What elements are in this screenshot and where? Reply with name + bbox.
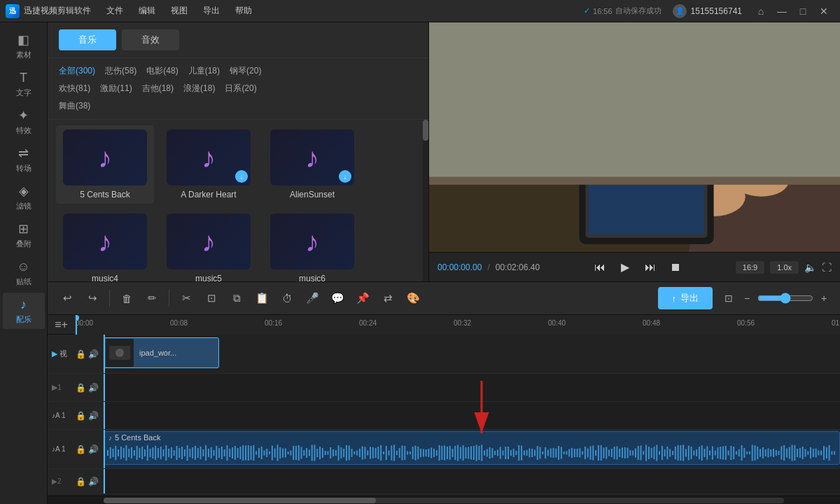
music-item-1[interactable]: ♪ ↓ A Darker Heart: [160, 125, 258, 204]
preview-area: 00:00:00.00 / 00:02:06.40 ⏮ ▶ ⏭ ⏹ 16:9 1…: [429, 22, 840, 281]
sidebar-item-material[interactable]: ◧ 素材: [3, 28, 45, 64]
svg-rect-129: [303, 450, 304, 456]
svg-rect-237: [662, 446, 663, 460]
color-button[interactable]: 🎨: [402, 287, 424, 309]
svg-rect-153: [383, 451, 384, 454]
crop-button[interactable]: ⊡: [200, 287, 223, 309]
music-name-2: AlienSunset: [290, 190, 335, 200]
menu-file[interactable]: 文件: [99, 2, 130, 20]
music-item-4[interactable]: ♪ music5: [160, 209, 258, 281]
maximize-button[interactable]: □: [792, 0, 813, 22]
audio-clip-5cents[interactable]: ♪ 5 Cents Back // Generate waveform bars: [104, 431, 840, 465]
svg-rect-148: [367, 451, 368, 456]
music-item-0[interactable]: ♪ 5 Cents Back: [56, 125, 154, 204]
add-track-button[interactable]: ≡+: [48, 315, 76, 335]
lock-icon-music[interactable]: 🔒: [76, 444, 86, 454]
undo-button[interactable]: ↩: [56, 287, 78, 309]
svg-rect-45: [189, 449, 190, 457]
horizontal-scroll-track[interactable]: [104, 498, 784, 503]
export-button[interactable]: ↑ 导出: [658, 287, 713, 309]
prev-frame-button[interactable]: ⏮: [590, 258, 610, 277]
cat-children[interactable]: 儿童(18): [186, 64, 223, 78]
menu-edit[interactable]: 编辑: [132, 2, 162, 20]
audio-waveform: // Generate waveform bars: [104, 443, 839, 464]
duration-button[interactable]: ⏱: [276, 287, 298, 309]
copy-button[interactable]: ⧉: [225, 287, 248, 309]
zoom-fit-button[interactable]: ⊡: [721, 290, 736, 306]
edit-button[interactable]: ✏: [141, 287, 163, 309]
aspect-ratio-button[interactable]: 16:9: [736, 261, 764, 274]
sidebar-item-effects[interactable]: ✦ 特效: [3, 104, 45, 140]
zoom-in-button[interactable]: +: [816, 290, 832, 306]
cat-dance[interactable]: 舞曲(38): [56, 99, 93, 113]
svg-rect-70: [319, 447, 321, 459]
sidebar-item-text[interactable]: T 文字: [3, 66, 45, 102]
video-clip-0[interactable]: ipad_wor...: [104, 337, 219, 368]
lock-icon-audio-main[interactable]: 🔒: [76, 411, 86, 421]
mute-icon-2[interactable]: 🔊: [88, 477, 99, 486]
music-item-2[interactable]: ♪ ↓ AlienSunset: [263, 125, 361, 204]
lock-icon-1[interactable]: 🔒: [76, 383, 86, 393]
delete-button[interactable]: 🗑: [115, 287, 138, 309]
sticker-tool-button[interactable]: 📌: [351, 287, 374, 309]
mute-icon-video[interactable]: 🔊: [88, 349, 99, 359]
content-area: 音乐 音效 全部(300) 悲伤(58) 电影(48) 儿童(18) 钢琴(20…: [48, 22, 840, 504]
mute-icon-music[interactable]: 🔊: [88, 444, 99, 454]
cat-piano[interactable]: 钢琴(20): [227, 64, 264, 78]
close-button[interactable]: ✕: [813, 0, 834, 22]
svg-rect-91: [598, 445, 599, 461]
svg-rect-265: [755, 445, 756, 461]
track-2-indicator: ▶2: [52, 477, 62, 485]
svg-rect-161: [410, 451, 411, 454]
next-frame-button[interactable]: ⏭: [640, 258, 660, 277]
cat-romance[interactable]: 浪漫(18): [181, 81, 218, 96]
tab-music[interactable]: 音乐: [59, 29, 116, 50]
sidebar-item-attach[interactable]: ⊞ 叠附: [3, 217, 45, 253]
menu-help[interactable]: 帮助: [228, 2, 259, 20]
stop-button[interactable]: ⏹: [666, 258, 685, 277]
cat-film[interactable]: 电影(48): [144, 64, 181, 78]
sidebar-item-filter[interactable]: ◈ 滤镜: [3, 179, 45, 216]
audio-button[interactable]: 🎤: [301, 287, 323, 309]
minimize-button[interactable]: —: [771, 0, 792, 22]
cat-happy[interactable]: 欢快(81): [56, 81, 93, 96]
save-check-icon: ✓: [584, 6, 590, 15]
app-title: 迅捷视频剪辑软件: [24, 5, 91, 17]
cat-sad[interactable]: 悲伤(58): [102, 64, 139, 78]
mute-icon-1[interactable]: 🔊: [88, 383, 99, 393]
paste-button[interactable]: 📋: [251, 287, 273, 309]
menu-export[interactable]: 导出: [196, 2, 227, 20]
sidebar-item-music[interactable]: ♪ 配乐: [3, 293, 45, 329]
svg-rect-28: [144, 449, 146, 456]
speed-button[interactable]: 1.0x: [770, 261, 799, 274]
cat-guitar[interactable]: 吉他(18): [139, 81, 176, 96]
cat-japanese[interactable]: 日系(20): [222, 81, 259, 96]
redo-button[interactable]: ↪: [81, 287, 104, 309]
sidebar-item-sticker[interactable]: ☺ 贴纸: [3, 255, 45, 291]
menu-view[interactable]: 视图: [164, 2, 195, 20]
split-button[interactable]: ✂: [175, 287, 197, 309]
music-item-5[interactable]: ♪ music6: [263, 209, 361, 281]
cat-inspire[interactable]: 激励(11): [97, 81, 134, 96]
sidebar-item-transition[interactable]: ⇌ 转场: [3, 141, 45, 178]
horizontal-scroll-thumb[interactable]: [104, 498, 376, 503]
music-scroll-track[interactable]: [423, 120, 428, 281]
lock-icon-2[interactable]: 🔒: [76, 477, 86, 486]
volume-icon[interactable]: 🔈: [804, 262, 816, 273]
subtitle-button[interactable]: 💬: [326, 287, 349, 309]
music-scroll-thumb[interactable]: [423, 120, 428, 141]
lock-icon-video[interactable]: 🔒: [76, 349, 86, 359]
transition-tool-button[interactable]: ⇄: [377, 287, 399, 309]
svg-rect-233: [648, 447, 650, 459]
zoom-out-button[interactable]: −: [739, 290, 755, 306]
play-button[interactable]: ▶: [615, 258, 635, 277]
svg-rect-276: [792, 445, 793, 461]
svg-rect-255: [722, 447, 724, 460]
cat-all[interactable]: 全部(300): [56, 64, 98, 78]
mute-icon-audio-main[interactable]: 🔊: [88, 411, 99, 421]
home-button[interactable]: ⌂: [750, 0, 771, 22]
fullscreen-icon[interactable]: ⛶: [822, 262, 832, 273]
zoom-slider[interactable]: [757, 293, 813, 304]
tab-sfx[interactable]: 音效: [122, 29, 179, 50]
music-item-3[interactable]: ♪ music4: [56, 209, 154, 281]
